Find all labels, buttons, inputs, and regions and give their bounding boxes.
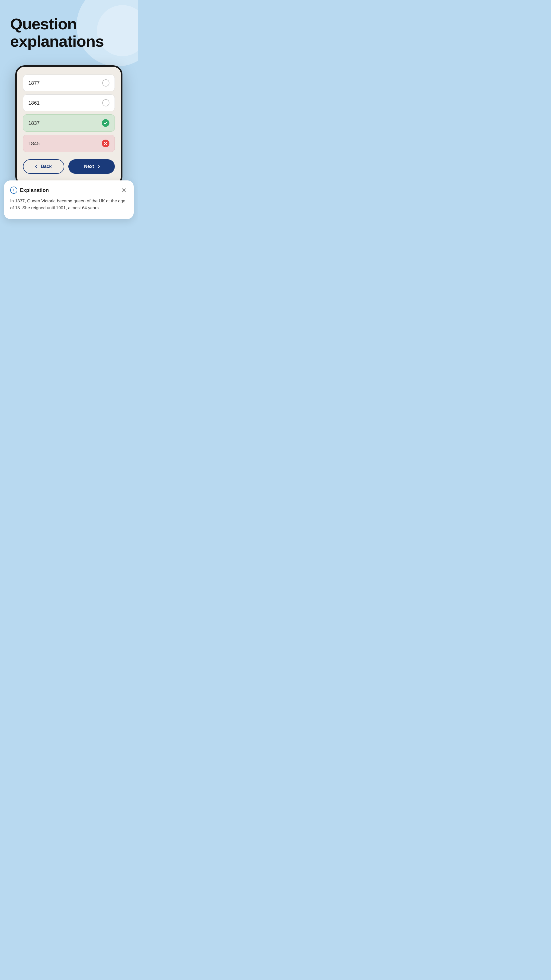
explanation-header: i Explanation: [10, 186, 127, 194]
option-1845[interactable]: 1845: [23, 135, 115, 152]
next-label: Next: [84, 164, 94, 169]
title-line-1: Question: [10, 15, 77, 33]
page-title: Question explanations: [10, 15, 127, 50]
incorrect-x-icon: [102, 140, 110, 147]
explanation-title-row: i Explanation: [10, 186, 49, 194]
title-line-2: explanations: [10, 32, 104, 50]
option-1861-text: 1861: [28, 100, 40, 106]
option-1837[interactable]: 1837: [23, 115, 115, 132]
option-1877[interactable]: 1877: [23, 75, 115, 91]
back-button[interactable]: Back: [23, 159, 64, 174]
option-1845-text: 1845: [28, 141, 40, 146]
options-list: 1877 1861 1837 1845: [23, 75, 115, 152]
option-1861-radio: [102, 99, 110, 107]
explanation-title: Explanation: [20, 187, 49, 193]
correct-check-icon: [102, 119, 110, 127]
header-section: Question explanations: [0, 0, 138, 60]
explanation-card: i Explanation In 1837, Queen Victoria be…: [4, 180, 134, 219]
back-label: Back: [41, 164, 52, 169]
option-1877-text: 1877: [28, 80, 40, 86]
back-chevron-icon: [35, 165, 39, 169]
nav-buttons: Back Next: [23, 159, 115, 174]
option-1877-radio: [102, 80, 110, 86]
next-button[interactable]: Next: [68, 159, 115, 174]
option-1861[interactable]: 1861: [23, 94, 115, 111]
explanation-close-button[interactable]: [121, 186, 127, 194]
explanation-text: In 1837, Queen Victoria became queen of …: [10, 198, 127, 211]
next-chevron-icon: [96, 165, 100, 169]
option-1837-text: 1837: [28, 120, 40, 126]
phone-mockup: 1877 1861 1837 1845: [15, 65, 122, 186]
close-icon: [121, 188, 127, 192]
info-icon: i: [10, 186, 17, 194]
